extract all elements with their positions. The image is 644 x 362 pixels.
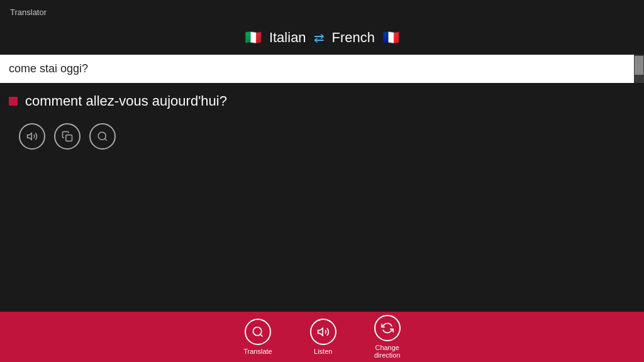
output-area: comment allez-vous aujourd'hui? bbox=[0, 83, 644, 116]
svg-line-3 bbox=[104, 138, 106, 140]
input-area bbox=[0, 55, 644, 83]
scrollbar-thumb bbox=[635, 56, 643, 75]
scrollbar-track bbox=[634, 55, 644, 83]
svg-point-2 bbox=[98, 132, 106, 140]
listen-icon-circle bbox=[310, 319, 336, 345]
bottom-toolbar: Translate Listen Change direction bbox=[0, 312, 644, 362]
output-row: comment allez-vous aujourd'hui? bbox=[9, 93, 635, 109]
translation-input[interactable] bbox=[0, 55, 644, 83]
app-title: Translator bbox=[10, 8, 47, 17]
target-flag: 🇫🇷 bbox=[382, 30, 399, 46]
svg-rect-1 bbox=[66, 135, 72, 141]
search-button[interactable] bbox=[89, 123, 116, 150]
toolbar-translate[interactable]: Translate bbox=[243, 319, 272, 355]
change-direction-icon-circle bbox=[374, 315, 401, 341]
source-language[interactable]: Italian bbox=[269, 30, 306, 46]
copy-button[interactable] bbox=[54, 123, 80, 150]
translate-icon-circle bbox=[245, 319, 271, 345]
output-text: comment allez-vous aujourd'hui? bbox=[25, 93, 227, 109]
toolbar-change-direction[interactable]: Change direction bbox=[374, 315, 401, 359]
listen-label: Listen bbox=[314, 348, 332, 355]
swap-icon[interactable]: ⇄ bbox=[314, 30, 325, 45]
output-indicator bbox=[9, 97, 18, 106]
source-flag: 🇮🇹 bbox=[245, 30, 262, 46]
toolbar-listen[interactable]: Listen bbox=[310, 319, 336, 355]
translate-label: Translate bbox=[243, 348, 272, 355]
svg-line-5 bbox=[260, 334, 263, 337]
action-buttons bbox=[0, 116, 644, 156]
title-bar: Translator bbox=[0, 0, 644, 25]
target-language[interactable]: French bbox=[332, 30, 375, 46]
svg-marker-6 bbox=[318, 328, 323, 336]
language-bar: 🇮🇹 Italian ⇄ French 🇫🇷 bbox=[0, 25, 644, 55]
svg-point-4 bbox=[253, 327, 261, 336]
listen-button[interactable] bbox=[19, 123, 45, 150]
change-direction-label: Change direction bbox=[374, 344, 401, 359]
svg-marker-0 bbox=[28, 133, 32, 140]
